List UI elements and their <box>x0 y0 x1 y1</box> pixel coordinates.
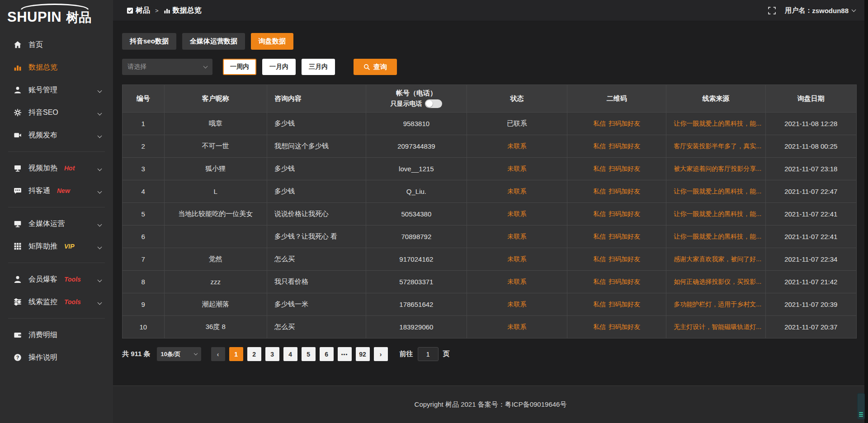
page-button-2[interactable]: 2 <box>247 347 261 361</box>
browser-scrollbar[interactable] <box>864 0 868 423</box>
page-button-3[interactable]: 3 <box>265 347 279 361</box>
page-button-5[interactable]: 5 <box>302 347 316 361</box>
page-button-4[interactable]: 4 <box>283 347 297 361</box>
cell-source[interactable]: 感谢大家喜欢我家，被问了好... <box>666 248 765 271</box>
sidebar-item-label: 抖音SEO <box>28 108 58 118</box>
qrcode-link[interactable]: 私信 <box>593 255 606 263</box>
heat-icon <box>14 164 22 172</box>
qrcode-link[interactable]: 扫码加好友 <box>609 188 640 195</box>
qrcode-link[interactable]: 扫码加好友 <box>609 120 640 127</box>
prev-page-button[interactable]: ‹ <box>211 347 225 361</box>
pagination-total: 共 911 条 <box>122 350 151 358</box>
sidebar-item-badge: Tools <box>64 298 81 306</box>
qrcode-link[interactable]: 私信 <box>593 301 606 308</box>
cell-source[interactable]: 无主灯设计，智能磁吸轨道灯... <box>666 316 765 338</box>
qrcode-link[interactable]: 扫码加好友 <box>609 301 640 308</box>
cell-source[interactable]: 让你一眼就爱上的黑科技，能... <box>666 180 765 203</box>
qrcode-link[interactable]: 扫码加好友 <box>609 255 640 263</box>
page-size-select[interactable]: 10条/页 <box>157 347 201 361</box>
tab-media-operation-data[interactable]: 全媒体运营数据 <box>182 33 245 50</box>
qrcode-link[interactable]: 扫码加好友 <box>609 142 640 150</box>
qrcode-link[interactable]: 私信 <box>593 120 606 127</box>
qrcode-link[interactable]: 私信 <box>593 323 606 330</box>
qrcode-link[interactable]: 私信 <box>593 188 606 195</box>
next-page-button[interactable]: › <box>374 347 388 361</box>
bar-chart-icon <box>164 7 170 14</box>
sidebar-item-member-baoke[interactable]: 会员爆客Tools <box>0 268 113 291</box>
cell-source[interactable]: 被大家追着问的客厅投影分享... <box>666 158 765 180</box>
qrcode-link[interactable]: 扫码加好友 <box>609 233 640 240</box>
sidebar-divider <box>8 318 105 319</box>
search-button[interactable]: 查询 <box>354 59 397 75</box>
breadcrumb-current: 数据总览 <box>173 6 202 15</box>
cell-nickname: 不可一世 <box>164 135 267 158</box>
sidebar-item-media-operation[interactable]: 全媒体运营 <box>0 212 113 235</box>
chevron-down-icon <box>98 220 101 228</box>
cell-status: 未联系 <box>467 203 567 226</box>
sidebar-item-label: 操作说明 <box>28 353 57 362</box>
cell-account: 183929060 <box>366 316 467 338</box>
sidebar-item-operation-guide[interactable]: ?操作说明 <box>0 346 113 369</box>
filter-select[interactable]: 请选择 <box>122 59 212 75</box>
chat-icon <box>14 187 22 195</box>
qrcode-link[interactable]: 私信 <box>593 278 606 285</box>
qrcode-link[interactable]: 扫码加好友 <box>609 165 640 172</box>
pages-ellipsis[interactable]: ••• <box>338 347 352 361</box>
cell-source[interactable]: 多功能护栏灯，适用于乡村文... <box>666 293 765 316</box>
inquiry-table: 编号客户昵称咨询内容帐号（电话）只显示电话状态二维码线索来源询盘日期 1哦章多少… <box>122 85 857 338</box>
sidebar-item-consumption-detail[interactable]: 消费明细 <box>0 324 113 346</box>
sidebar-item-matrix-boost[interactable]: 矩阵助推VIP <box>0 235 113 258</box>
qrcode-link[interactable]: 扫码加好友 <box>609 323 640 330</box>
cell-status: 未联系 <box>467 226 567 248</box>
tab-inquiry-data[interactable]: 询盘数据 <box>251 33 293 50</box>
sidebar-item-account-management[interactable]: 账号管理 <box>0 79 113 101</box>
column-header-0: 编号 <box>123 85 165 113</box>
goto-page-input[interactable] <box>418 347 439 361</box>
sidebar-item-data-overview[interactable]: 数据总览 <box>0 56 113 79</box>
period-button-2[interactable]: 一月内 <box>262 59 296 75</box>
sidebar-item-video-heat[interactable]: 视频加热Hot <box>0 157 113 179</box>
cell-source[interactable]: 如何正确选择投影仪，买投影... <box>666 271 765 293</box>
cell-qrcode: 私信扫码加好友 <box>567 248 666 271</box>
column-header-label: 帐号（电话） <box>370 89 462 98</box>
cell-date: 2021-11-07 21:42 <box>765 271 856 293</box>
chevron-down-icon <box>98 298 101 306</box>
sidebar: SHUPIN 树品 首页数据总览账号管理抖音SEO视频发布视频加热Hot抖客通N… <box>0 0 113 423</box>
sidebar-item-label: 线索监控 <box>28 297 57 307</box>
period-button-3[interactable]: 三月内 <box>302 59 335 75</box>
sidebar-item-home[interactable]: 首页 <box>0 33 113 56</box>
qrcode-link[interactable]: 私信 <box>593 233 606 240</box>
qrcode-link[interactable]: 私信 <box>593 142 606 150</box>
qrcode-link[interactable]: 私信 <box>593 165 606 172</box>
qrcode-link[interactable]: 扫码加好友 <box>609 278 640 285</box>
sidebar-item-douyin-seo[interactable]: 抖音SEO <box>0 101 113 124</box>
floating-widget[interactable] <box>857 393 865 419</box>
period-button-1[interactable]: 一周内 <box>223 59 256 75</box>
fullscreen-icon[interactable] <box>768 7 776 14</box>
tab-bar: 抖音seo数据全媒体运营数据询盘数据 <box>122 33 857 50</box>
cell-account: 50534380 <box>366 203 467 226</box>
breadcrumb-root[interactable]: 树品 <box>136 6 150 15</box>
qrcode-link[interactable]: 私信 <box>593 210 606 217</box>
table-row: 8zzz我只看价格572803371未联系私信扫码加好友如何正确选择投影仪，买投… <box>123 271 857 293</box>
qrcode-link[interactable]: 扫码加好友 <box>609 210 640 217</box>
goto-label: 前往 <box>400 350 413 358</box>
user-menu[interactable]: 用户名： zswodun88 <box>785 6 855 15</box>
cell-source[interactable]: 让你一眼就爱上的黑科技，能... <box>666 226 765 248</box>
page-button-92[interactable]: 92 <box>356 347 370 361</box>
search-button-label: 查询 <box>373 63 387 71</box>
sidebar-item-video-publish[interactable]: 视频发布 <box>0 124 113 146</box>
filter-select-placeholder: 请选择 <box>127 63 146 71</box>
cell-source[interactable]: 让你一眼就爱上的黑科技，能... <box>666 113 765 135</box>
cell-account: 178651642 <box>366 293 467 316</box>
chevron-down-icon <box>98 131 101 139</box>
cell-source[interactable]: 让你一眼就爱上的黑科技，能... <box>666 203 765 226</box>
cell-source[interactable]: 客厅安装投影半年多了，真实... <box>666 135 765 158</box>
phone-only-toggle[interactable] <box>425 99 442 108</box>
cell-account: 9583810 <box>366 113 467 135</box>
page-button-6[interactable]: 6 <box>320 347 334 361</box>
sidebar-item-clue-monitor[interactable]: 线索监控Tools <box>0 291 113 313</box>
page-button-1[interactable]: 1 <box>229 347 243 361</box>
sidebar-item-douketong[interactable]: 抖客通New <box>0 179 113 202</box>
tab-douyin-seo-data[interactable]: 抖音seo数据 <box>122 33 176 50</box>
